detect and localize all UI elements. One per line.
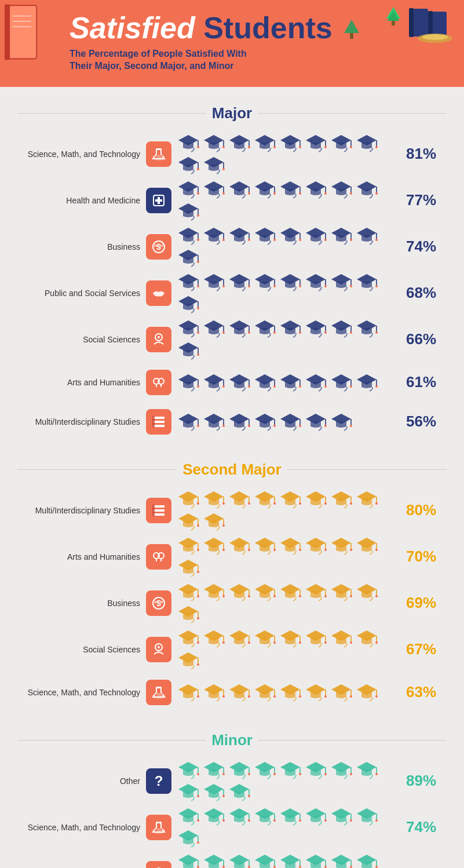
svg-point-28 <box>248 146 250 148</box>
graduation-cap-icon <box>176 628 200 649</box>
svg-point-151 <box>273 331 276 334</box>
graduation-cap-icon <box>176 155 200 176</box>
graduation-cap-icon <box>202 806 226 827</box>
svg-rect-83 <box>160 245 163 247</box>
svg-point-119 <box>248 285 250 287</box>
row-label: Public and Social Services <box>17 289 145 298</box>
graduation-cap-icon <box>329 760 353 781</box>
graduation-cap-icon <box>304 852 328 868</box>
svg-point-337 <box>375 641 378 644</box>
table-row: Social Sciences <box>17 318 447 361</box>
svg-point-211 <box>299 425 301 427</box>
svg-point-145 <box>222 331 225 334</box>
row-percentage: 66% <box>406 330 447 348</box>
svg-point-262 <box>248 549 250 551</box>
row-percentage: 68% <box>406 284 447 302</box>
book-left-icon <box>0 0 49 70</box>
svg-point-110 <box>197 261 199 263</box>
svg-point-177 <box>248 385 250 388</box>
graduation-cap-icon <box>355 272 379 293</box>
svg-point-37 <box>324 146 327 148</box>
graduation-cap-icon <box>355 852 379 868</box>
row-percentage: 80% <box>406 501 447 519</box>
graduation-cap-icon <box>227 535 251 556</box>
svg-point-405 <box>161 828 163 830</box>
svg-rect-196 <box>152 416 155 428</box>
caps-area <box>176 179 401 222</box>
svg-point-455 <box>350 866 352 868</box>
graduation-cap-icon <box>202 852 226 868</box>
svg-point-423 <box>324 819 327 822</box>
svg-point-128 <box>324 285 327 287</box>
graduation-cap-icon <box>253 372 277 393</box>
graduation-cap-icon <box>355 318 379 339</box>
table-row: Business $ <box>17 582 447 625</box>
graduation-cap-icon <box>176 557 200 578</box>
graduation-cap-icon <box>355 179 379 200</box>
other-icon: ? <box>146 768 171 794</box>
minor-section: Minor Other ? <box>0 720 464 868</box>
svg-point-34 <box>299 146 301 148</box>
graduation-cap-icon <box>278 411 302 432</box>
business-icon: $ <box>146 234 171 260</box>
graduation-cap-icon <box>176 372 200 393</box>
svg-point-268 <box>299 549 301 551</box>
row-icon <box>145 679 173 706</box>
graduation-cap-icon <box>329 225 353 246</box>
row-icon <box>145 408 173 436</box>
svg-rect-82 <box>154 245 158 247</box>
graduation-cap-icon <box>176 682 200 703</box>
graduation-cap-icon <box>304 628 328 649</box>
row-percentage: 70% <box>406 865 447 868</box>
second-major-section: Second Major Multi/Interdisciplinary Stu… <box>0 449 464 720</box>
graduation-cap-icon <box>355 372 379 393</box>
row-icon <box>145 636 173 663</box>
row-percentage: 81% <box>406 145 447 163</box>
graduation-cap-icon <box>227 225 251 246</box>
svg-point-233 <box>273 502 276 505</box>
svg-point-192 <box>375 385 378 388</box>
svg-point-70 <box>324 192 327 195</box>
header-deco-right <box>385 6 452 46</box>
svg-point-148 <box>248 331 250 334</box>
social-services-icon <box>146 280 171 306</box>
graduation-cap-icon <box>176 828 200 849</box>
graduation-cap-icon <box>202 760 226 781</box>
row-icon <box>145 860 173 868</box>
row-percentage: 67% <box>406 640 447 658</box>
graduation-cap-icon <box>329 682 353 703</box>
svg-point-404 <box>155 829 157 831</box>
graduation-cap-icon <box>329 489 353 510</box>
row-label: Arts and Humanities <box>17 378 145 387</box>
graduation-cap-icon <box>227 272 251 293</box>
graduation-cap-icon <box>329 806 353 827</box>
svg-point-305 <box>350 595 352 597</box>
row-label: Health and Medicine <box>17 196 145 205</box>
svg-point-343 <box>155 694 157 696</box>
graduation-cap-icon <box>176 760 200 781</box>
svg-marker-5 <box>344 20 359 33</box>
svg-point-189 <box>350 385 352 388</box>
svg-point-101 <box>324 239 327 241</box>
svg-point-316 <box>197 641 199 644</box>
svg-point-389 <box>350 773 352 775</box>
svg-point-224 <box>197 502 199 505</box>
table-row: Science, Math, and Technology <box>17 133 447 176</box>
graduation-cap-icon <box>253 318 277 339</box>
svg-point-356 <box>273 695 276 698</box>
row-label: Business <box>17 599 145 608</box>
svg-point-277 <box>375 549 378 551</box>
svg-rect-221 <box>152 505 155 516</box>
health-icon <box>146 188 171 213</box>
graduation-cap-icon <box>227 372 251 393</box>
row-percentage: 74% <box>406 818 447 836</box>
row-percentage: 70% <box>406 548 447 566</box>
row-icon: $ <box>145 233 173 261</box>
row-percentage: 77% <box>406 191 447 209</box>
graduation-cap-icon <box>202 489 226 510</box>
graduation-cap-icon <box>278 852 302 868</box>
graduation-cap-icon <box>304 272 328 293</box>
graduation-cap-icon <box>278 760 302 781</box>
caps-area <box>176 411 401 432</box>
graduation-cap-icon <box>202 318 226 339</box>
